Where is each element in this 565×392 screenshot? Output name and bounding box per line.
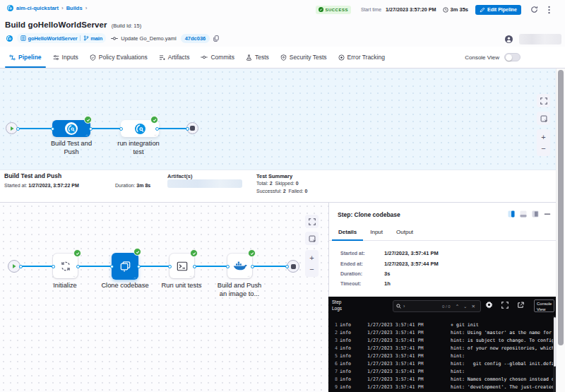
tab-artifacts[interactable]: Artifacts [153, 47, 196, 68]
log-search-box[interactable]: › 0 / 0 ⌃ ⌄ ✕ [393, 300, 481, 312]
connector-dot [110, 265, 114, 268]
step-tab-output[interactable]: Output [393, 229, 417, 240]
field-label: Timeout: [340, 281, 361, 286]
field-label: Ended at: [340, 261, 363, 266]
play-icon [9, 126, 15, 131]
log-row: 3info1/27/2023 3:57:41 PMhint: is subjec… [328, 338, 556, 345]
tab-inputs[interactable]: Inputs [47, 47, 84, 68]
play-icon [11, 263, 17, 269]
zoom-panel: + − [305, 250, 319, 277]
tab-commits[interactable]: Commits [195, 47, 240, 68]
page-scrollbar-thumb[interactable] [558, 70, 564, 345]
step-logs-console: Step Logs › 0 / 0 ⌃ ⌄ ✕ Console View 1in… [328, 297, 556, 392]
stage-label[interactable]: Build Test andPush [43, 139, 100, 156]
page-scrollbar[interactable] [556, 69, 565, 392]
docker-icon [233, 261, 247, 272]
log-row: 7info1/27/2023 3:57:41 PMhint: [328, 369, 556, 376]
step-type-mark [73, 275, 76, 278]
layout-right-panel-icon[interactable] [508, 210, 515, 218]
zoom-in-button[interactable]: + [541, 133, 545, 141]
log-row: 8info1/27/2023 3:57:41 PMhint: Names com… [328, 376, 556, 384]
ci-stage-icon [135, 124, 145, 134]
page-title: Build goHelloWorldServer [5, 20, 107, 29]
layout-minimized-panel-icon[interactable] [532, 210, 539, 218]
log-settings-gear-icon[interactable] [485, 301, 493, 309]
redacted-artifact-link[interactable] [167, 179, 242, 188]
breadcrumb-builds-link[interactable]: Builds [66, 5, 83, 11]
connector-dot [16, 127, 20, 131]
step-label[interactable]: Build and Pushan image to... [211, 281, 268, 298]
step-type-mark [247, 275, 251, 278]
step-node-build-and-push[interactable] [227, 254, 252, 278]
commit-icon [201, 54, 208, 60]
repo-branch-pill[interactable]: goHelloWorldServer main [17, 33, 106, 43]
search-close-icon[interactable]: ✕ [472, 304, 475, 309]
success-check-badge [150, 116, 158, 124]
pipeline-edge [78, 266, 112, 267]
stage-type-mark [85, 133, 89, 136]
step-label[interactable]: Initialize [37, 281, 93, 290]
step-label[interactable]: Run unit tests [153, 281, 210, 290]
start-time-value: 1/27/2023 3:57:20 PM [386, 6, 436, 13]
console-view-button[interactable]: Console View [534, 299, 554, 312]
search-prev-icon[interactable]: ⌃ [456, 304, 459, 309]
step-tab-input[interactable]: Input [367, 229, 386, 240]
info-started-at: Started at: 1/27/2023, 3:57:22 PM [4, 183, 79, 188]
stage-graph-canvas[interactable]: Build Test andPush run integrationtest +… [0, 69, 556, 170]
step-node-clone-codebase[interactable] [112, 253, 138, 280]
log-lines[interactable]: 1info1/27/2023 3:57:41 PM+ git init 2inf… [328, 320, 556, 392]
refresh-button[interactable] [530, 6, 538, 13]
connector-dot [193, 265, 196, 268]
search-next-icon[interactable]: ⌄ [463, 304, 467, 309]
canvas-reset-button[interactable] [537, 112, 550, 125]
tab-policy-evaluations[interactable]: Policy Evaluations [84, 47, 153, 68]
repo-name: goHelloWorldServer [28, 35, 78, 42]
info-duration: Duration: 3m 8s [115, 183, 150, 188]
log-fullscreen-icon[interactable] [501, 302, 509, 309]
step-panel-title: Step: Clone codebase [338, 211, 400, 218]
pipeline-edge [18, 128, 53, 129]
test-summary-title: Test Summary [256, 173, 292, 179]
edit-pipeline-button[interactable]: Edit Pipeline [475, 5, 521, 15]
zoom-out-button[interactable]: − [309, 266, 314, 273]
artifacts-label: Artifact(s) [167, 173, 192, 179]
copy-icon[interactable] [213, 35, 219, 42]
commit-sha-link[interactable]: 47dc036 [181, 34, 210, 43]
log-row: 6info1/27/2023 3:57:41 PMhint: git confi… [328, 361, 556, 369]
minimize-panel-icon[interactable] [544, 210, 551, 218]
kebab-menu-button[interactable] [548, 6, 550, 14]
canvas-fullscreen-button[interactable] [537, 94, 550, 107]
step-node-initialize[interactable] [53, 254, 78, 278]
connector-dot [76, 265, 80, 268]
breadcrumb-separator: › [85, 5, 88, 11]
stage-info-bar: Build Test and Push Started at: 1/27/202… [0, 170, 556, 203]
canvas-reset-button[interactable] [305, 232, 319, 245]
execution-graph-canvas[interactable]: Initialize Clone codebase Run unit tests… [0, 203, 328, 392]
pipeline-edge [157, 128, 187, 129]
tab-tests[interactable]: Tests [240, 47, 275, 68]
step-tab-details[interactable]: Details [335, 229, 360, 240]
canvas-fullscreen-button[interactable] [305, 215, 319, 228]
console-view-toggle[interactable] [504, 53, 521, 61]
log-row: 5info1/27/2023 3:57:41 PMhint: [328, 353, 556, 361]
tab-pipeline[interactable]: Pipeline [4, 47, 47, 68]
stage-type-mark [154, 133, 157, 136]
stage-label[interactable]: run integrationtest [110, 139, 167, 156]
tab-security-tests[interactable]: Security Tests [275, 47, 333, 68]
pipeline-edge [20, 266, 53, 267]
build-duration: 3m 35s [451, 6, 468, 13]
shield-icon [280, 54, 287, 61]
breadcrumb-project-link[interactable]: aim-ci-quickstart [16, 5, 59, 11]
artifacts-icon [159, 54, 165, 61]
step-node-run-unit-tests[interactable] [170, 254, 194, 278]
layout-bottom-panel-icon[interactable] [520, 210, 527, 218]
repository-icon [20, 35, 26, 41]
step-label[interactable]: Clone codebase [97, 281, 153, 290]
log-external-link-icon[interactable] [517, 302, 524, 309]
zoom-out-button[interactable]: − [541, 145, 545, 152]
step-type-mark [189, 275, 193, 278]
pipeline-edge [194, 266, 227, 267]
tab-error-tracking[interactable]: Error Tracking [333, 47, 391, 68]
zoom-panel: + − [537, 129, 550, 156]
zoom-in-button[interactable]: + [309, 254, 314, 261]
